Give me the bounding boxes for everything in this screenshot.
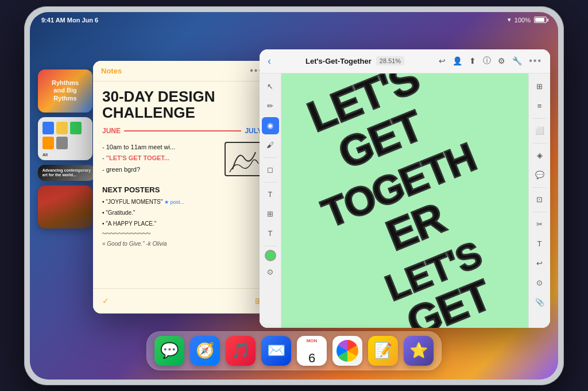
sketch-svg [227, 144, 260, 175]
notes-app-label: Notes [101, 67, 122, 75]
arcade-icon: ⭐ [409, 342, 428, 359]
battery-percent: 100% [514, 17, 531, 24]
dock-arcade[interactable]: ⭐ [404, 336, 434, 366]
design-body: ↖ ✏ ◉ 🖌 ◻ T ⊞ T ⊙ [260, 73, 550, 328]
sidebar-thumb-files[interactable]: All [38, 117, 92, 160]
dock-mail[interactable]: ✉️ [261, 336, 291, 366]
toolbar-separator-2 [264, 182, 277, 183]
type-tool-2[interactable]: T [262, 225, 279, 242]
dock-calendar[interactable]: MON 6 [297, 336, 327, 366]
right-toolbar-sep-4 [533, 212, 547, 212]
right-toolbar-sep-2 [533, 143, 547, 144]
notes-sig-scribble: ~~~~~~~~~~~~ [102, 229, 262, 238]
dock-photos[interactable] [332, 336, 362, 366]
transform-icon[interactable]: ⊡ [531, 191, 548, 208]
dock-notes[interactable]: 📝 [368, 336, 398, 366]
layers-icon[interactable]: ⊞ [531, 78, 548, 95]
cursor-tool[interactable]: ↖ [262, 78, 279, 95]
color-picker[interactable] [265, 250, 276, 261]
design-title: Let's-Get-Together [305, 57, 372, 65]
right-toolbar-sep-3 [533, 187, 547, 188]
pen-tool[interactable]: ✏ [262, 98, 279, 115]
notes-section-title: NEXT POSTERS [102, 185, 262, 194]
design-back-button[interactable]: ‹ [268, 55, 271, 67]
poster-item-3: "A HAPPY PLACE." [102, 218, 262, 229]
sidebar-thumb-news[interactable]: Advancing contemporaryart for the world.… [38, 165, 95, 181]
filters-icon[interactable]: ≡ [531, 98, 548, 115]
notes-toolbar-checklist-icon[interactable]: ✓ [102, 296, 109, 305]
photos-icon [336, 340, 358, 362]
design-zoom: 28.51% [376, 56, 404, 65]
design-right-toolbar: ⊞ ≡ ⬜ ◈ 💬 ⊡ ✂ T ↩ ⊙ 📎 [528, 73, 550, 328]
safari-icon: 🧭 [196, 342, 214, 359]
dock-safari[interactable]: 🧭 [190, 336, 220, 366]
toolbar-separator [264, 157, 277, 158]
image-tool[interactable]: ⊞ [262, 206, 279, 223]
artwork-svg: LET'S GET TOGETH ER LET'S GET [281, 73, 528, 328]
design-window: ‹ Let's-Get-Together 28.51% ↩ 👤 ⬆ ⓘ ⚙ 🔧 … [260, 49, 550, 328]
undo-icon[interactable]: ↩ [439, 56, 446, 65]
cut-icon[interactable]: ✂ [531, 216, 548, 233]
dock-messages[interactable]: 💬 [154, 336, 184, 366]
right-toolbar-sep [533, 118, 547, 119]
ipad-screen: 9:41 AM Mon Jun 6 ▾ 100% Ryhthmsand BigR… [30, 12, 558, 380]
design-titlebar: ‹ Let's-Get-Together 28.51% ↩ 👤 ⬆ ⓘ ⚙ 🔧 … [260, 49, 550, 73]
user-icon[interactable]: 👤 [452, 56, 462, 65]
status-right: ▾ 100% [508, 16, 547, 24]
sidebar-thumb-photos[interactable] [38, 185, 92, 229]
notes-content: 30-DAY DESIGN CHALLENGE JUNE JULY 10 [93, 82, 271, 288]
notes-icon: 📝 [374, 342, 392, 359]
notes-june-july-row: JUNE JULY [102, 127, 262, 135]
text-tool-right[interactable]: T [531, 235, 548, 253]
brush-tool-active[interactable]: ◉ [262, 117, 279, 134]
notes-june-label: JUNE [102, 127, 121, 135]
messages-icon: 💬 [160, 342, 179, 359]
calendar-day-number: 6 [308, 352, 315, 365]
notes-toolbar: ✓ ⊞ [93, 288, 271, 313]
add-icon[interactable]: ◈ [531, 147, 548, 164]
notes-sketch [225, 142, 262, 176]
mail-icon: ✉️ [267, 342, 285, 359]
notes-posters-list: "JOYFUL MOMENTS" ★ post... "Gratitude." … [102, 196, 262, 229]
eyedropper-tool[interactable]: ⊙ [262, 264, 279, 281]
info-icon[interactable]: ⓘ [483, 56, 491, 66]
notes-window: Notes ••• 30-DAY DESIGN CHALLENGE JUNE J… [93, 61, 271, 313]
comment-icon[interactable]: 💬 [531, 167, 548, 184]
battery-fill [535, 18, 544, 22]
calendar-day-name: MON [307, 338, 318, 343]
dock: 💬 🧭 🎵 ✉️ MON 6 📝 ⭐ [146, 331, 442, 370]
text-tool[interactable]: T [262, 186, 279, 203]
attach-icon[interactable]: 📎 [531, 294, 548, 311]
settings-icon[interactable]: ⚙ [498, 56, 505, 65]
sidebar-apps: Ryhthmsand BigRythms All Advancing conte… [38, 69, 95, 229]
battery-icon [534, 17, 547, 23]
design-canvas[interactable]: LET'S GET TOGETH ER LET'S GET [281, 73, 528, 328]
canvas-icon[interactable]: ⬜ [531, 122, 548, 140]
notes-title: 30-DAY DESIGN CHALLENGE [102, 88, 262, 121]
poster-item-1: "JOYFUL MOMENTS" ★ post... [102, 196, 262, 207]
wrench-icon[interactable]: 🔧 [512, 56, 522, 65]
notes-titlebar: Notes ••• [93, 61, 271, 82]
toolbar-separator-3 [264, 246, 277, 246]
music-icon: 🎵 [231, 342, 250, 359]
canvas-artwork: LET'S GET TOGETH ER LET'S GET [281, 73, 528, 328]
ipad-device: 9:41 AM Mon Jun 6 ▾ 100% Ryhthmsand BigR… [24, 6, 564, 385]
design-title-group: Let's-Get-Together 28.51% [305, 56, 404, 65]
dock-music[interactable]: 🎵 [226, 336, 256, 366]
status-bar: 9:41 AM Mon Jun 6 ▾ 100% [30, 12, 558, 28]
design-left-toolbar: ↖ ✏ ◉ 🖌 ◻ T ⊞ T ⊙ [260, 73, 281, 328]
erase-tool[interactable]: ◻ [262, 161, 279, 179]
poster-item-2: "Gratitude." [102, 207, 262, 218]
circle-tool-icon[interactable]: ⊙ [531, 274, 548, 292]
notes-sig-text: « Good to Give." -k Olivia [102, 241, 262, 247]
sidebar-thumb-books[interactable]: Ryhthmsand BigRythms [38, 69, 92, 113]
undo-right-icon[interactable]: ↩ [531, 255, 548, 272]
notes-line [124, 130, 241, 131]
design-more-dots[interactable]: ••• [529, 56, 542, 66]
wifi-icon: ▾ [508, 16, 511, 24]
status-time: 9:41 AM Mon Jun 6 [41, 17, 98, 24]
share-icon[interactable]: ⬆ [469, 56, 476, 65]
design-titlebar-icons: ↩ 👤 ⬆ ⓘ ⚙ 🔧 ••• [439, 56, 542, 66]
smudge-tool[interactable]: 🖌 [262, 137, 279, 154]
